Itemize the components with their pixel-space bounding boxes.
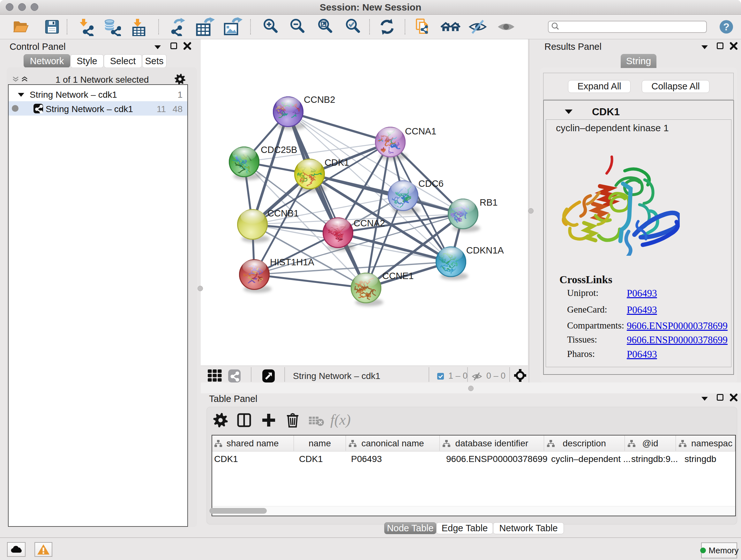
svg-text:CCNE1: CCNE1 <box>382 271 414 281</box>
svg-text:CDK1: CDK1 <box>325 158 349 168</box>
svg-text:CCNB1: CCNB1 <box>267 208 299 219</box>
svg-text:HIST1H1A: HIST1H1A <box>270 257 314 267</box>
svg-text:CDC6: CDC6 <box>418 179 444 189</box>
svg-text:?: ? <box>723 21 730 33</box>
svg-text:CDC25B: CDC25B <box>261 145 297 155</box>
svg-text:CCNA2: CCNA2 <box>354 218 385 228</box>
svg-text:RB1: RB1 <box>480 197 497 207</box>
svg-text:CCNB2: CCNB2 <box>304 95 335 105</box>
svg-text:CDKN1A: CDKN1A <box>466 245 504 255</box>
svg-text:CCNA1: CCNA1 <box>405 126 436 136</box>
